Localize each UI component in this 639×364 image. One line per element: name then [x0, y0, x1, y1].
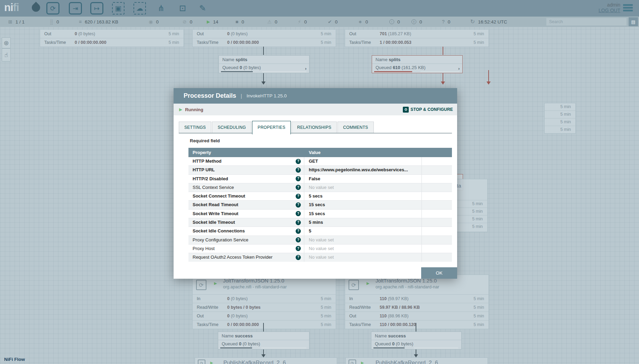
processor-stats-fragment[interactable]: Out0 (0 bytes)5 min Tasks/Time0 / 00:00:…	[192, 30, 336, 47]
table-row: Request OAuth2 Access Token Provider?No …	[188, 253, 452, 262]
connection-line[interactable]	[488, 70, 489, 82]
ok-button[interactable]: OK	[421, 267, 457, 279]
tab-settings[interactable]: SETTINGS	[179, 122, 211, 133]
remote-process-group-icon[interactable]: ☁	[133, 2, 146, 15]
help-icon[interactable]: ?	[296, 237, 301, 242]
help-icon[interactable]: ?	[296, 246, 301, 251]
help-icon[interactable]: ?	[296, 159, 301, 164]
run-status-icon: ▶	[214, 281, 217, 286]
processor-icon[interactable]: ⟳	[46, 2, 59, 15]
processor-type-icon: ⟳	[198, 360, 205, 364]
stat-row: Tasks/Time0 / 00:00:00.0005 min	[193, 38, 336, 47]
stat-row: Out0 (0 bytes)5 min	[193, 30, 336, 38]
process-group-icon[interactable]: ▣	[112, 2, 124, 15]
search-input[interactable]	[546, 18, 627, 26]
help-icon[interactable]: ?	[296, 229, 301, 234]
queue-fill-bar	[373, 347, 405, 348]
stat-row: Out0 (0 bytes)5 min	[40, 30, 184, 38]
funnel-icon[interactable]: ⋔	[155, 2, 167, 15]
dialog-title-separator: |	[241, 93, 242, 99]
breadcrumb[interactable]: NiFi Flow	[4, 357, 25, 362]
navigate-palette-button[interactable]: ◎	[2, 37, 11, 48]
help-icon[interactable]: ?	[296, 167, 301, 173]
processor-stats-fragment[interactable]: Out0 (0 bytes)5 min Tasks/Time0 / 00:00:…	[40, 30, 184, 47]
stopped-status: ■0	[235, 17, 244, 27]
help-icon[interactable]: ?	[296, 211, 301, 216]
help-icon[interactable]: ?	[296, 194, 301, 199]
connection-line[interactable]	[263, 349, 264, 354]
help-icon[interactable]: ?	[296, 220, 301, 225]
refresh-time: 16:52:42 UTC	[478, 19, 507, 25]
menu-icon[interactable]	[623, 4, 633, 12]
connection-line[interactable]	[263, 47, 264, 55]
queue-fill-bar	[420, 71, 460, 72]
stat-row: Out0 (0 bytes)5 min	[193, 312, 336, 320]
input-port-icon[interactable]: ⇥	[69, 2, 82, 15]
table-row: Proxy Configuration Service?No value set	[188, 236, 452, 245]
queue-fill-bar	[262, 71, 306, 72]
user-name: admin	[599, 2, 620, 8]
refresh-status[interactable]: ↻16:52:42 UTC	[470, 17, 507, 27]
up-to-date-icon: ✔	[328, 19, 332, 24]
refresh-icon[interactable]: ↻	[470, 19, 475, 25]
operate-palette-button[interactable]: ☝	[2, 48, 11, 61]
table-row: Proxy Host?No value set	[188, 245, 452, 253]
stat-row: In0 (0 bytes)5 min	[193, 294, 336, 303]
connection-label-success[interactable]: Name success Queued 0 (0 bytes)	[218, 332, 309, 349]
tab-properties[interactable]: PROPERTIES	[252, 121, 291, 134]
help-icon[interactable]: ?	[296, 185, 301, 190]
processor-publish-kafka[interactable]: ⟳ ▶ PublishKafkaRecord_2_6	[345, 357, 488, 364]
processor-name-fragment: ta	[457, 183, 461, 189]
template-icon[interactable]: ⊡	[176, 2, 189, 15]
connection-line[interactable]	[443, 47, 443, 55]
processor-jolt-transform[interactable]: ⟳ ▶ JoltTransformJSON 1.25.0 org.apache.…	[192, 275, 336, 329]
logout-link[interactable]: LOG OUT	[599, 8, 620, 13]
tab-relationships[interactable]: RELATIONSHIPS	[291, 122, 337, 133]
processor-details-dialog: Processor Details | InvokeHTTP 1.25.0 ▶ …	[174, 88, 457, 279]
new-template-button[interactable]: ▤	[629, 17, 638, 26]
threads-icon: ⣿	[50, 19, 53, 24]
processor-bundle: org.apache.nifi - nifi-standard-nar	[376, 285, 439, 289]
run-status-icon: ▶	[367, 281, 369, 286]
connection-arrow	[487, 82, 491, 85]
table-row: HTTP/2 Disabled?False	[188, 175, 452, 183]
connection-line[interactable]	[416, 349, 416, 354]
connection-label-success[interactable]: Name success Queued 0 (0 bytes)	[371, 332, 462, 349]
connection-line[interactable]	[263, 323, 264, 332]
help-icon[interactable]: ?	[296, 176, 301, 181]
required-field-label: Required field	[190, 138, 220, 143]
question-icon: ?	[442, 19, 445, 24]
processor-jolt-transform[interactable]: ⟳ ▶ JoltTransformJSON 1.25.0 org.apache.…	[345, 275, 489, 329]
tab-comments[interactable]: COMMENTS	[337, 122, 373, 133]
table-row: SSL Context Service?No value set	[188, 183, 452, 192]
stat-row: Tasks/Time0 / 00:00:00.0005 min	[193, 320, 336, 329]
cluster-icon: ⊞	[8, 19, 12, 24]
not-transmitting-icon: ⊘	[183, 19, 187, 24]
queue-fill-bar	[414, 347, 458, 348]
stop-and-configure-button[interactable]: ⚙ STOP & CONFIGURE	[403, 107, 453, 113]
tab-scheduling[interactable]: SCHEDULING	[212, 122, 251, 133]
disabled-icon: ⚡	[298, 19, 301, 24]
connection-label-splits[interactable]: Name splits Queued 0 (0 bytes) ◑	[219, 55, 309, 73]
connection-line[interactable]	[443, 73, 443, 82]
label-icon[interactable]: ✎	[196, 2, 209, 15]
stat-row: Tasks/Time0 / 00:00:00.0005 min	[40, 38, 184, 47]
running-icon: ▶	[179, 107, 182, 112]
properties-table: Property Value HTTP Method?GET HTTP URL?…	[188, 148, 452, 262]
processor-fragment[interactable]: 5 min 5 min 5 min 5 min	[544, 103, 576, 134]
run-status-text: Running	[185, 107, 203, 112]
invalid-icon: ⚠	[267, 19, 272, 24]
processor-stats-fragment[interactable]: Out701 (185.27 KB)5 min Tasks/Time1 / 00…	[345, 30, 489, 47]
output-port-icon[interactable]: ↦	[90, 2, 103, 15]
stat-row: Out701 (185.27 KB)5 min	[345, 30, 489, 38]
processor-title: PublishKafkaRecord_2_6	[223, 360, 286, 364]
help-icon[interactable]: ?	[296, 255, 301, 260]
connection-label-splits[interactable]: Name splits Queued 610 (161.25 KB) ◑	[372, 55, 463, 73]
processor-publish-kafka[interactable]: ⟳ ▶ PublishKafkaRecord_2_6	[195, 357, 337, 364]
nifi-logo-drop-icon	[30, 2, 42, 13]
table-row: Socket Idle Connections?5	[188, 227, 452, 236]
table-row: HTTP Method?GET	[188, 157, 452, 166]
help-icon[interactable]: ?	[296, 202, 301, 208]
connection-line[interactable]	[416, 323, 416, 332]
connection-line[interactable]	[263, 73, 264, 82]
